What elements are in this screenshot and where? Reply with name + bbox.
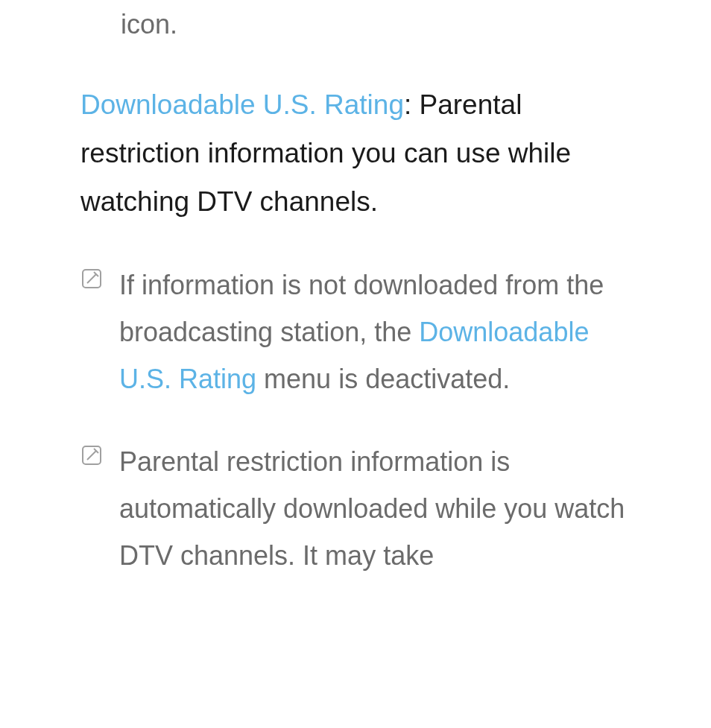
note-icon <box>80 268 103 290</box>
main-paragraph: Downloadable U.S. Rating: Parental restr… <box>75 81 636 226</box>
note-1-text: If information is not downloaded from th… <box>119 262 636 402</box>
downloadable-rating-label: Downloadable U.S. Rating <box>80 89 404 120</box>
note-1: If information is not downloaded from th… <box>75 262 636 402</box>
note-2-text: Parental restriction information is auto… <box>119 438 636 579</box>
note-1-part2: menu is deactivated. <box>256 364 510 394</box>
note-2: Parental restriction information is auto… <box>75 438 636 579</box>
note-icon <box>80 444 103 466</box>
fragment-text: icon. <box>75 9 636 40</box>
